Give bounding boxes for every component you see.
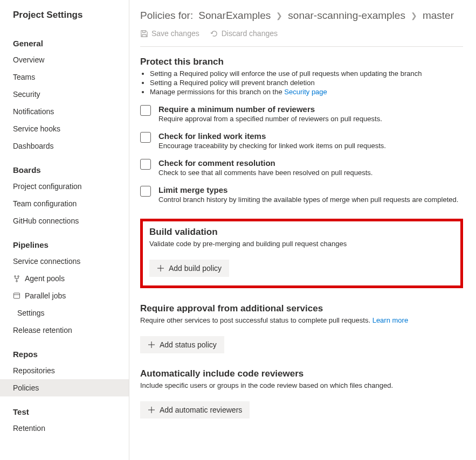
- save-icon: [140, 30, 148, 38]
- reviewers-desc: Include specific users or groups in the …: [140, 381, 463, 389]
- sidebar-item-label: GitHub connections: [13, 217, 79, 225]
- sidebar-item-release-retention[interactable]: Release retention: [0, 322, 129, 339]
- svg-point-0: [15, 276, 16, 277]
- add-auto-reviewers-button[interactable]: Add automatic reviewers: [140, 401, 250, 419]
- sidebar-item-label: Service connections: [13, 257, 80, 266]
- sidebar-item-settings[interactable]: Settings: [0, 304, 129, 322]
- policy-min-reviewers: Require a minimum number of reviewers Re…: [140, 104, 463, 123]
- breadcrumb-item-1[interactable]: sonar-scanning-examples: [288, 10, 405, 22]
- policy-desc: Control branch history by limiting the a…: [158, 196, 458, 204]
- policy-linked-work-items: Check for linked work items Encourage tr…: [140, 131, 463, 150]
- checkbox-min-reviewers[interactable]: [140, 105, 151, 116]
- sidebar-group-title: General: [0, 36, 129, 51]
- sidebar-item-team-configuration[interactable]: Team configuration: [0, 195, 129, 212]
- learn-more-link[interactable]: Learn more: [372, 316, 408, 324]
- policy-title: Limit merge types: [158, 185, 458, 194]
- svg-point-1: [18, 276, 19, 277]
- svg-rect-3: [14, 293, 20, 298]
- save-label: Save changes: [151, 29, 199, 38]
- sidebar-item-label: Release retention: [13, 326, 72, 334]
- discard-label: Discard changes: [222, 29, 278, 38]
- policy-title: Check for comment resolution: [158, 158, 372, 168]
- services-title: Require approval from additional service…: [140, 303, 463, 314]
- policy-desc: Check to see that all comments have been…: [158, 169, 372, 177]
- protect-bullets: Setting a Required policy will enforce t…: [140, 69, 463, 96]
- discard-button[interactable]: Discard changes: [210, 29, 278, 38]
- breadcrumb-item-2[interactable]: master: [423, 10, 454, 22]
- protect-title: Protect this branch: [140, 57, 463, 67]
- build-validation-highlight: Build validation Validate code by pre-me…: [140, 219, 463, 288]
- sidebar-item-label: Parallel jobs: [25, 291, 66, 300]
- sidebar: Project Settings GeneralOverviewTeamsSec…: [0, 0, 129, 460]
- sidebar-item-label: Policies: [13, 384, 39, 392]
- sidebar-item-github-connections[interactable]: GitHub connections: [0, 212, 129, 229]
- policy-comment-resolution: Check for comment resolution Check to se…: [140, 158, 463, 177]
- policy-title: Require a minimum number of reviewers: [158, 104, 382, 114]
- checkbox-comment-resolution[interactable]: [140, 159, 151, 170]
- sidebar-item-dashboards[interactable]: Dashboards: [0, 137, 129, 155]
- sidebar-item-service-connections[interactable]: Service connections: [0, 253, 129, 270]
- sidebar-item-label: Agent pools: [25, 274, 65, 283]
- sidebar-item-policies[interactable]: Policies: [0, 379, 129, 396]
- sidebar-item-repositories[interactable]: Repositories: [0, 362, 129, 379]
- sidebar-item-project-configuration[interactable]: Project configuration: [0, 178, 129, 195]
- sidebar-item-label: Service hooks: [13, 124, 60, 133]
- policy-desc: Encourage traceability by checking for l…: [158, 142, 386, 150]
- sidebar-title: Project Settings: [0, 10, 129, 28]
- sidebar-group-title: Test: [0, 404, 129, 420]
- sidebar-item-label: Overview: [13, 55, 44, 64]
- sidebar-item-service-hooks[interactable]: Service hooks: [0, 120, 129, 137]
- breadcrumb-label: Policies for:: [140, 10, 193, 22]
- sidebar-item-label: Project configuration: [13, 182, 82, 191]
- chevron-right-icon: ❯: [411, 11, 417, 20]
- build-desc: Validate code by pre-merging and buildin…: [149, 240, 454, 248]
- sidebar-group-title: Pipelines: [0, 237, 129, 253]
- window-icon: [13, 292, 20, 299]
- sidebar-item-teams[interactable]: Teams: [0, 68, 129, 86]
- protect-section: Protect this branch Setting a Required p…: [140, 57, 463, 204]
- plus-icon: [157, 264, 164, 272]
- protect-bullet-3: Manage permissions for this branch on th…: [150, 88, 463, 96]
- breadcrumb-item-0[interactable]: SonarExamples: [198, 10, 271, 22]
- sidebar-item-overview[interactable]: Overview: [0, 51, 129, 68]
- sidebar-item-agent-pools[interactable]: Agent pools: [0, 270, 129, 287]
- add-status-label: Add status policy: [160, 340, 217, 349]
- save-button[interactable]: Save changes: [140, 29, 199, 38]
- checkbox-linked-work-items[interactable]: [140, 132, 151, 143]
- plus-icon: [148, 341, 155, 349]
- protect-bullet-2: Setting a Required policy will prevent b…: [150, 79, 463, 87]
- sidebar-item-label: Dashboards: [13, 142, 54, 150]
- policy-limit-merge-types: Limit merge types Control branch history…: [140, 185, 463, 204]
- sidebar-item-retention[interactable]: Retention: [0, 420, 129, 437]
- auto-reviewers-section: Automatically include code reviewers Inc…: [140, 368, 463, 419]
- sidebar-item-notifications[interactable]: Notifications: [0, 103, 129, 120]
- main-panel: Policies for: SonarExamples ❯ sonar-scan…: [129, 0, 476, 460]
- divider: [140, 46, 463, 47]
- policy-desc: Require approval from a specified number…: [158, 115, 382, 123]
- add-status-policy-button[interactable]: Add status policy: [140, 336, 224, 353]
- undo-icon: [210, 30, 218, 38]
- policy-title: Check for linked work items: [158, 131, 386, 141]
- sidebar-item-label: Settings: [17, 309, 45, 317]
- sidebar-group-title: Boards: [0, 162, 129, 178]
- plus-icon: [148, 406, 155, 414]
- sidebar-item-label: Security: [13, 90, 40, 99]
- agent-pools-icon: [13, 275, 20, 282]
- sidebar-item-security[interactable]: Security: [0, 86, 129, 103]
- sidebar-item-parallel-jobs[interactable]: Parallel jobs: [0, 287, 129, 304]
- security-page-link[interactable]: Security page: [284, 88, 327, 96]
- sidebar-group-title: Repos: [0, 346, 129, 362]
- sidebar-item-label: Repositories: [13, 366, 55, 375]
- add-reviewers-label: Add automatic reviewers: [160, 406, 242, 414]
- additional-services-section: Require approval from additional service…: [140, 303, 463, 353]
- toolbar: Save changes Discard changes: [140, 24, 463, 46]
- chevron-right-icon: ❯: [276, 11, 282, 20]
- protect-bullet-1: Setting a Required policy will enforce t…: [150, 69, 463, 78]
- sidebar-item-label: Teams: [13, 73, 35, 81]
- sidebar-item-label: Team configuration: [13, 199, 77, 208]
- add-build-policy-button[interactable]: Add build policy: [149, 260, 229, 277]
- sidebar-item-label: Retention: [13, 424, 45, 433]
- reviewers-title: Automatically include code reviewers: [140, 368, 463, 379]
- sidebar-item-label: Notifications: [13, 107, 54, 116]
- checkbox-limit-merge-types[interactable]: [140, 186, 151, 197]
